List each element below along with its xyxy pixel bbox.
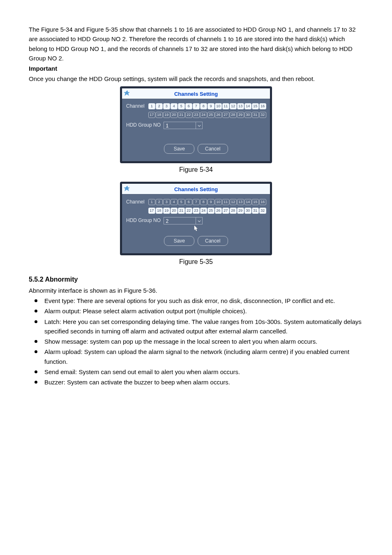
channel-box-6[interactable]: 6	[185, 199, 192, 205]
channel-box-21[interactable]: 21	[178, 112, 185, 118]
channel-box-31[interactable]: 31	[252, 112, 259, 118]
channel-box-30[interactable]: 30	[244, 112, 251, 118]
channel-box-25[interactable]: 25	[208, 112, 214, 118]
channel-box-5[interactable]: 5	[178, 103, 185, 109]
channel-box-10[interactable]: 10	[215, 199, 222, 205]
list-item: Latch: Here you can set corresponding de…	[29, 317, 363, 336]
list-item: Alarm upload: System can upload the alar…	[29, 347, 363, 366]
channel-box-30[interactable]: 30	[244, 208, 251, 214]
intro-paragraph-1: The Figure 5-34 and Figure 5-35 show tha…	[29, 25, 363, 63]
channel-box-11[interactable]: 11	[222, 199, 229, 205]
dialog-icon	[124, 185, 131, 195]
hdd-group-select[interactable]: 2	[164, 217, 203, 224]
channel-box-24[interactable]: 24	[200, 112, 207, 118]
channel-box-19[interactable]: 19	[163, 208, 170, 214]
channel-box-27[interactable]: 27	[222, 208, 229, 214]
channel-box-6[interactable]: 6	[185, 103, 192, 109]
list-item: Event type: There are several options fo…	[29, 296, 363, 305]
channel-box-28[interactable]: 28	[230, 112, 237, 118]
channel-box-10[interactable]: 10	[215, 103, 222, 109]
hdd-group-select[interactable]: 1	[164, 122, 203, 129]
channel-box-25[interactable]: 25	[208, 208, 214, 214]
figure-caption-5-35: Figure 5-35	[29, 257, 363, 267]
channel-box-26[interactable]: 26	[215, 208, 222, 214]
channel-box-13[interactable]: 13	[237, 199, 244, 205]
channel-label: Channel	[126, 102, 147, 110]
channel-box-21[interactable]: 21	[178, 208, 185, 214]
channel-row-1[interactable]: 12345678910111213141516	[148, 198, 266, 206]
channel-box-7[interactable]: 7	[193, 103, 200, 109]
channel-box-2[interactable]: 2	[156, 199, 163, 205]
channel-box-11[interactable]: 11	[222, 103, 229, 109]
dialog-title: Channels Setting	[174, 185, 218, 194]
channel-box-4[interactable]: 4	[171, 199, 178, 205]
channel-box-12[interactable]: 12	[230, 103, 237, 109]
channels-setting-dialog-2: Channels Setting Channel 123456789101112…	[120, 182, 272, 255]
channel-box-32[interactable]: 32	[259, 208, 266, 214]
channel-box-8[interactable]: 8	[200, 103, 207, 109]
list-item: Alarm output: Please select alarm activa…	[29, 306, 363, 316]
channel-box-1[interactable]: 1	[148, 199, 155, 205]
channel-box-14[interactable]: 14	[244, 199, 251, 205]
channel-box-15[interactable]: 15	[252, 199, 259, 205]
channel-box-24[interactable]: 24	[200, 208, 207, 214]
channel-box-22[interactable]: 22	[185, 208, 192, 214]
channel-box-16[interactable]: 16	[259, 199, 266, 205]
channel-box-20[interactable]: 20	[171, 208, 178, 214]
channel-box-15[interactable]: 15	[252, 103, 259, 109]
dialog-titlebar: Channels Setting	[122, 184, 270, 194]
channel-box-22[interactable]: 22	[185, 112, 192, 118]
channel-box-29[interactable]: 29	[237, 112, 244, 118]
channel-box-17[interactable]: 17	[148, 112, 155, 118]
save-button[interactable]: Save	[164, 144, 194, 154]
figure-caption-5-34: Figure 5-34	[29, 165, 363, 175]
channel-row-2[interactable]: 17181920212223242526272829303132	[148, 111, 266, 119]
channel-box-9[interactable]: 9	[208, 199, 214, 205]
channel-box-31[interactable]: 31	[252, 208, 259, 214]
cancel-button[interactable]: Cancel	[198, 236, 228, 246]
channel-box-16[interactable]: 16	[259, 103, 266, 109]
channel-box-13[interactable]: 13	[237, 103, 244, 109]
channel-box-32[interactable]: 32	[259, 112, 266, 118]
channel-box-14[interactable]: 14	[244, 103, 251, 109]
cancel-button[interactable]: Cancel	[198, 144, 228, 154]
channel-box-18[interactable]: 18	[156, 112, 163, 118]
hdd-group-label: HDD Group NO	[126, 217, 161, 223]
section-intro: Abnormity interface is shown as in Figur…	[29, 286, 363, 295]
channel-box-3[interactable]: 3	[163, 199, 170, 205]
channel-box-8[interactable]: 8	[200, 199, 207, 205]
channel-box-19[interactable]: 19	[163, 112, 170, 118]
channel-box-5[interactable]: 5	[178, 199, 185, 205]
channel-box-9[interactable]: 9	[208, 103, 214, 109]
channel-row-2[interactable]: 17181920212223242526272829303132	[148, 207, 266, 215]
channel-box-28[interactable]: 28	[230, 208, 237, 214]
channel-box-23[interactable]: 23	[193, 112, 200, 118]
intro-paragraph-2: Once you change the HDD Group settings, …	[29, 74, 363, 83]
channel-box-7[interactable]: 7	[193, 199, 200, 205]
channel-box-26[interactable]: 26	[215, 112, 222, 118]
channel-box-1[interactable]: 1	[148, 103, 155, 109]
channel-box-12[interactable]: 12	[230, 199, 237, 205]
channel-box-23[interactable]: 23	[193, 208, 200, 214]
channel-box-29[interactable]: 29	[237, 208, 244, 214]
dialog-icon	[124, 90, 131, 99]
channel-label: Channel	[126, 198, 147, 206]
section-heading-abnormity: 5.5.2 Abnormity	[29, 275, 363, 285]
chevron-down-icon	[196, 217, 202, 224]
list-item: Send email: System can send out email to…	[29, 367, 363, 377]
channel-box-17[interactable]: 17	[148, 208, 155, 214]
channel-box-2[interactable]: 2	[156, 103, 163, 109]
channel-row-1[interactable]: 12345678910111213141516	[148, 102, 266, 110]
hdd-group-label: HDD Group NO	[126, 122, 161, 128]
channel-box-20[interactable]: 20	[171, 112, 178, 118]
dialog-titlebar: Channels Setting	[122, 88, 270, 99]
channels-setting-dialog-1: Channels Setting Channel 123456789101112…	[120, 86, 272, 164]
save-button[interactable]: Save	[164, 236, 194, 246]
hdd-group-value: 1	[166, 123, 168, 129]
channel-box-18[interactable]: 18	[156, 208, 163, 214]
channel-box-27[interactable]: 27	[222, 112, 229, 118]
channel-box-4[interactable]: 4	[171, 103, 178, 109]
cursor-icon	[193, 227, 199, 233]
important-heading: Important	[29, 64, 363, 73]
channel-box-3[interactable]: 3	[163, 103, 170, 109]
